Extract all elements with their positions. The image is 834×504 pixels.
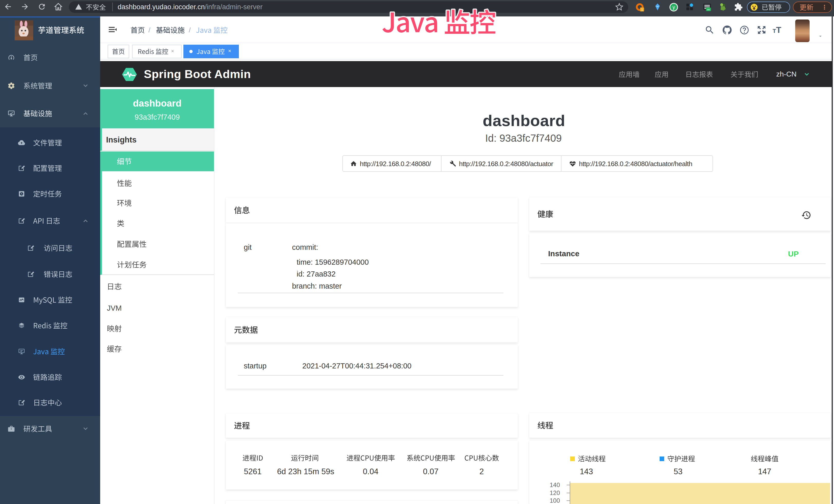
svg-text:1: 1 <box>641 8 643 12</box>
svg-text:on: on <box>707 8 710 11</box>
svg-text:y: y <box>673 4 675 10</box>
